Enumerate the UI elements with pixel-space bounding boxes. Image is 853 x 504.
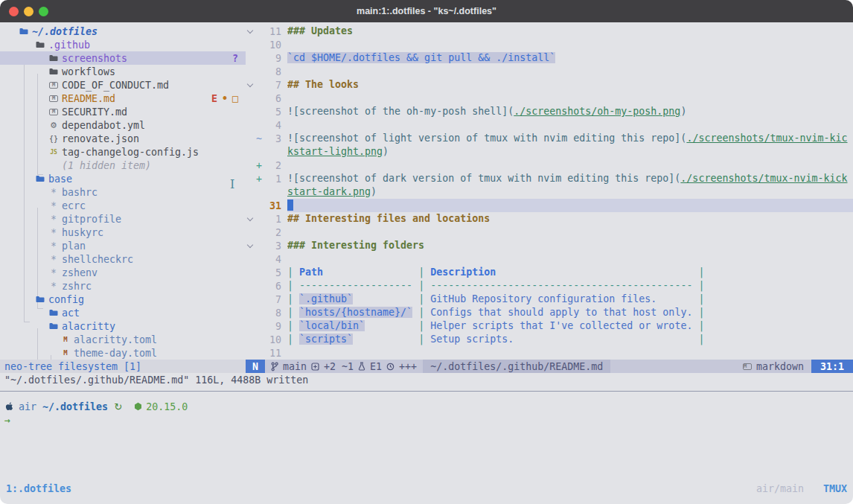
neo-tree-sidebar[interactable]: ~/.dotfiles.githubscreenshots?workflowsM… <box>0 22 246 360</box>
editor-line-text[interactable] <box>287 65 853 78</box>
line-number: 5 <box>263 267 281 278</box>
tree-item-gitprofile[interactable]: *gitprofile <box>0 212 246 226</box>
editor-line-text[interactable]: | `scripts` | Setup scripts. | <box>287 333 853 346</box>
editor-line[interactable]: 8| `hosts/{hostname}/` | Configs that sh… <box>246 306 853 319</box>
tree-item-security-md[interactable]: MSECURITY.md <box>0 105 246 118</box>
editor-line-text[interactable] <box>287 252 853 266</box>
editor-line-text[interactable] <box>287 38 853 51</box>
fold-chevron-icon[interactable] <box>247 241 253 247</box>
editor-line[interactable]: 6| ------------------- | ---------------… <box>246 279 853 293</box>
editor-line[interactable]: 11### Updates <box>246 25 853 38</box>
editor-line-text[interactable]: ### Updates <box>287 25 853 38</box>
shell-prompt-arrow-line: → <box>0 413 853 427</box>
editor-line-text[interactable] <box>287 226 853 239</box>
tmux-window-tab[interactable]: 1:.dotfiles <box>6 483 71 494</box>
tree-item-tag-changelog-config-js[interactable]: JStag-changelog-config.js <box>0 145 246 159</box>
mouse-ibeam-cursor: I <box>230 179 234 191</box>
editor-line[interactable]: 4 <box>246 252 853 266</box>
editor-line[interactable]: 7## The looks <box>246 78 853 92</box>
editor-line-text[interactable]: ![screenshot of light version of tmux wi… <box>287 132 853 145</box>
tree-item-label: alacritty.toml <box>74 334 157 345</box>
tree-item-theme-day-toml[interactable]: Mtheme-day.toml <box>0 346 246 360</box>
editor-line[interactable]: start-dark.png) <box>246 185 853 199</box>
shell-pane[interactable]: air ~/.dotfiles ↻ 20.15.0 → <box>0 392 853 481</box>
tree-item-bashrc[interactable]: *bashrc <box>0 185 246 199</box>
editor-line-text[interactable] <box>287 346 853 360</box>
tree-item-label: act <box>62 307 80 319</box>
maximize-button[interactable] <box>39 7 48 16</box>
tree-item-screenshots[interactable]: screenshots? <box>0 51 246 65</box>
diagnostic-errors: E1 <box>370 361 382 372</box>
editor-line-text[interactable]: | ------------------- | ----------------… <box>287 279 853 293</box>
editor-line[interactable]: 9| `local/bin` | Helper scripts that I'v… <box>246 319 853 333</box>
editor-line-text[interactable]: `cd $HOME/.dotfiles && git pull && ./ins… <box>287 51 853 65</box>
editor-line[interactable]: +2 <box>246 159 853 172</box>
editor-line-text[interactable] <box>287 92 853 105</box>
editor-line[interactable]: 9`cd $HOME/.dotfiles && git pull && ./in… <box>246 51 853 65</box>
editor-line[interactable]: 2 <box>246 226 853 239</box>
editor-line[interactable]: 7| `.github` | GitHub Repository configu… <box>246 293 853 306</box>
editor-line-text[interactable]: ## Interesting files and locations <box>287 212 853 226</box>
minimize-button[interactable] <box>24 7 33 16</box>
apple-icon <box>4 402 13 412</box>
editor-line-text[interactable]: kstart-light.png) <box>287 145 853 159</box>
tree-item--1-hidden-item-[interactable]: (1 hidden item) <box>0 159 246 172</box>
tree-item-base[interactable]: base <box>0 172 246 185</box>
fold-chevron-icon[interactable] <box>247 214 253 220</box>
tree-item-config[interactable]: config <box>0 293 246 306</box>
editor-line[interactable]: +1![screenshot of dark version of tmux w… <box>246 172 853 185</box>
editor-line-text[interactable]: | `local/bin` | Helper scripts that I've… <box>287 319 853 333</box>
tree-item-alacritty-toml[interactable]: Malacritty.toml <box>0 333 246 346</box>
markdown-file-icon: M <box>48 95 60 102</box>
tree-item-label: README.md <box>62 93 115 104</box>
dotfile-star-icon: * <box>48 267 60 278</box>
editor-line[interactable]: 3### Interesting folders <box>246 239 853 252</box>
editor-line-text[interactable]: | `hosts/{hostname}/` | Configs that sho… <box>287 306 853 319</box>
editor-line-text[interactable]: start-dark.png) <box>287 185 853 199</box>
editor-line[interactable]: 10 <box>246 38 853 51</box>
tree-item-alacritty[interactable]: alacritty <box>0 319 246 333</box>
tree-item--github[interactable]: .github <box>0 38 246 51</box>
editor-line-text[interactable]: | `.github` | GitHub Repository configur… <box>287 293 853 306</box>
editor-line[interactable]: 6 <box>246 92 853 105</box>
editor-line[interactable]: 11 <box>246 346 853 360</box>
fold-chevron-icon[interactable] <box>247 80 253 86</box>
tree-item-zshenv[interactable]: *zshenv <box>0 266 246 279</box>
tree-item-readme-md[interactable]: MREADME.mdE•□ <box>0 92 246 105</box>
editor-line[interactable]: 10| `scripts` | Setup scripts. | <box>246 333 853 346</box>
editor-line[interactable]: 1## Interesting files and locations <box>246 212 853 226</box>
editor-line-text[interactable]: ## The looks <box>287 78 853 92</box>
editor-line-text[interactable]: ![screenshot of dark version of tmux wit… <box>287 172 853 185</box>
editor-line-text[interactable] <box>287 118 853 132</box>
tree-item--dotfiles[interactable]: ~/.dotfiles <box>0 25 246 38</box>
tree-item-plan[interactable]: *plan <box>0 239 246 252</box>
editor-line[interactable]: ~3![screenshot of light version of tmux … <box>246 132 853 145</box>
tree-item-code-of-conduct-md[interactable]: MCODE_OF_CONDUCT.md <box>0 78 246 92</box>
close-button[interactable] <box>9 7 19 16</box>
editor-line[interactable]: 5| Path | Description | <box>246 266 853 279</box>
tree-item-renovate-json[interactable]: {}renovate.json <box>0 132 246 145</box>
editor-line[interactable]: 5![screenshot of the oh-my-posh shell](.… <box>246 105 853 118</box>
editor-line-text[interactable] <box>287 159 853 172</box>
dotfile-star-icon: * <box>48 254 60 265</box>
tree-item-zshrc[interactable]: *zshrc <box>0 279 246 293</box>
editor-line[interactable]: 31 <box>246 199 853 212</box>
fold-chevron-icon[interactable] <box>247 27 253 33</box>
git-diff-counts: +2 ~1 <box>324 361 354 372</box>
line-number: 3 <box>263 240 281 252</box>
editor-line-text[interactable]: ![screenshot of the oh-my-posh shell](./… <box>287 105 853 118</box>
tree-item-ecrc[interactable]: *ecrc <box>0 199 246 212</box>
dotfile-star-icon: * <box>48 281 60 292</box>
editor-line-text[interactable] <box>287 199 853 212</box>
editor-line[interactable]: 8 <box>246 65 853 78</box>
tree-item-huskyrc[interactable]: *huskyrc <box>0 226 246 239</box>
tree-item-workflows[interactable]: workflows <box>0 65 246 78</box>
tree-item-shellcheckrc[interactable]: *shellcheckrc <box>0 252 246 266</box>
editor-line-text[interactable]: | Path | Description | <box>287 266 853 279</box>
editor-line-text[interactable]: ### Interesting folders <box>287 239 853 252</box>
editor-pane[interactable]: 11### Updates109`cd $HOME/.dotfiles && g… <box>246 22 853 360</box>
editor-line[interactable]: kstart-light.png) <box>246 145 853 159</box>
tree-item-dependabot-yml[interactable]: ⚙dependabot.yml <box>0 118 246 132</box>
tree-item-act[interactable]: act <box>0 306 246 319</box>
editor-line[interactable]: 4 <box>246 118 853 132</box>
